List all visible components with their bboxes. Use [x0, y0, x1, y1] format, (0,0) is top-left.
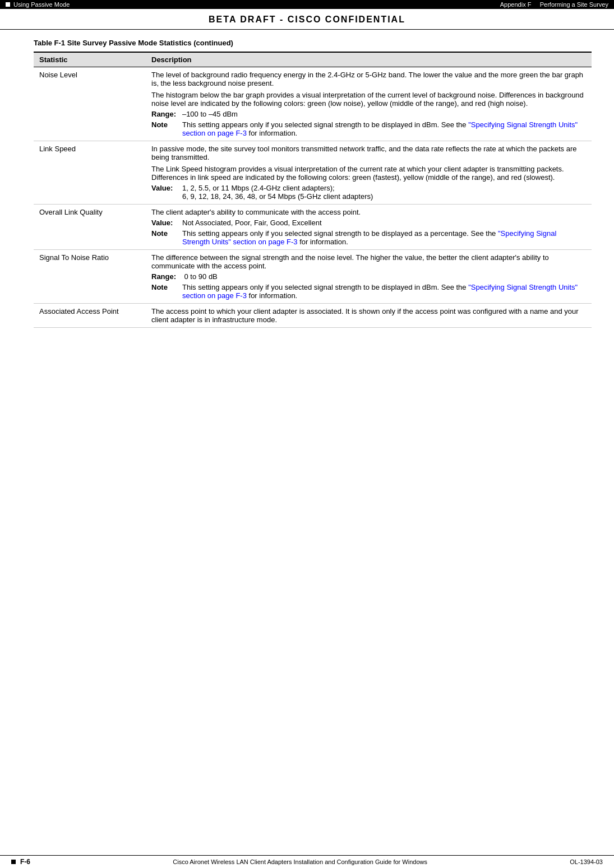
main-content: Table F-1 Site Survey Passive Mode Stati…: [0, 30, 614, 337]
row-noise-level-description: The level of background radio frequency …: [146, 67, 592, 141]
row-link-speed-description: In passive mode, the site survey tool mo…: [146, 141, 592, 205]
snr-range-label: Range:: [151, 272, 176, 281]
link-speed-value-text: 1, 2, 5.5, or 11 Mbps (2.4-GHz client ad…: [182, 184, 586, 201]
header-left: Using Passive Mode: [6, 1, 70, 8]
page-footer: F-6 Cisco Aironet Wireless LAN Client Ad…: [0, 855, 614, 868]
olq-note: Note This setting appears only if you se…: [151, 229, 586, 246]
row-snr-description: The difference between the signal streng…: [146, 250, 592, 304]
row-aap-description: The access point to which your client ad…: [146, 304, 592, 328]
footer-bullet: [11, 860, 16, 864]
link-speed-para-1: In passive mode, the site survey tool mo…: [151, 145, 586, 161]
olq-note-link[interactable]: "Specifying Signal Strength Units" secti…: [182, 229, 556, 246]
table-caption: Table F-1 Site Survey Passive Mode Stati…: [34, 39, 592, 47]
footer-doc-number: OL-1394-03: [570, 858, 603, 865]
statistics-table: Statistic Description Noise Level The le…: [34, 52, 592, 328]
footer-page-number: F-6: [20, 858, 30, 866]
olq-note-text: This setting appears only if you selecte…: [182, 229, 586, 246]
row-link-speed-statistic: Link Speed: [34, 141, 146, 205]
row-noise-level-statistic: Noise Level: [34, 67, 146, 141]
olq-para-1: The client adapter's ability to communic…: [151, 208, 586, 216]
table-row: Link Speed In passive mode, the site sur…: [34, 141, 592, 205]
table-row: Overall Link Quality The client adapter'…: [34, 205, 592, 250]
header-appendix: Appendix F: [500, 1, 532, 8]
noise-range-label: Range:: [151, 110, 176, 118]
noise-note-link[interactable]: "Specifying Signal Strength Units" secti…: [182, 120, 578, 137]
header-bullet: [6, 2, 10, 7]
snr-note-link[interactable]: "Specifying Signal Strength Units" secti…: [182, 283, 578, 300]
snr-note: Note This setting appears only if you se…: [151, 283, 586, 300]
table-row: Associated Access Point The access point…: [34, 304, 592, 328]
header-left-text: Using Passive Mode: [13, 1, 70, 8]
col-header-statistic: Statistic: [34, 52, 146, 67]
olq-note-label: Note: [151, 229, 182, 246]
noise-para-2: The histogram below the bar graph provid…: [151, 91, 586, 108]
table-row: Noise Level The level of background radi…: [34, 67, 592, 141]
header-right: Appendix F Performing a Site Survey: [500, 1, 608, 8]
noise-note-text: This setting appears only if you selecte…: [182, 120, 586, 137]
row-overall-link-quality-statistic: Overall Link Quality: [34, 205, 146, 250]
footer-center-text: Cisco Aironet Wireless LAN Client Adapte…: [173, 858, 427, 865]
table-row: Signal To Noise Ratio The difference bet…: [34, 250, 592, 304]
snr-note-label: Note: [151, 283, 182, 300]
noise-range: Range: –100 to –45 dBm: [151, 110, 586, 118]
noise-note: Note This setting appears only if you se…: [151, 120, 586, 137]
snr-note-text: This setting appears only if you selecte…: [182, 283, 586, 300]
table-header-row: Statistic Description: [34, 52, 592, 67]
footer-left: F-6: [11, 858, 30, 866]
olq-value-label: Value:: [151, 219, 182, 227]
snr-para-1: The difference between the signal streng…: [151, 253, 586, 270]
row-overall-link-quality-description: The client adapter's ability to communic…: [146, 205, 592, 250]
noise-note-label: Note: [151, 120, 182, 137]
top-header: Using Passive Mode Appendix F Performing…: [0, 0, 614, 9]
header-right-text: Performing a Site Survey: [540, 1, 608, 8]
link-speed-value-label: Value:: [151, 184, 182, 201]
row-aap-statistic: Associated Access Point: [34, 304, 146, 328]
olq-value-text: Not Associated, Poor, Fair, Good, Excell…: [182, 219, 586, 227]
row-snr-statistic: Signal To Noise Ratio: [34, 250, 146, 304]
olq-value: Value: Not Associated, Poor, Fair, Good,…: [151, 219, 586, 227]
snr-range: Range: 0 to 90 dB: [151, 272, 586, 281]
link-speed-para-2: The Link Speed histogram provides a visu…: [151, 165, 586, 182]
aap-para-1: The access point to which your client ad…: [151, 307, 586, 324]
col-header-description: Description: [146, 52, 592, 67]
link-speed-value: Value: 1, 2, 5.5, or 11 Mbps (2.4-GHz cl…: [151, 184, 586, 201]
beta-banner: BETA DRAFT - CISCO CONFIDENTIAL: [0, 9, 614, 30]
noise-para-1: The level of background radio frequency …: [151, 71, 586, 87]
